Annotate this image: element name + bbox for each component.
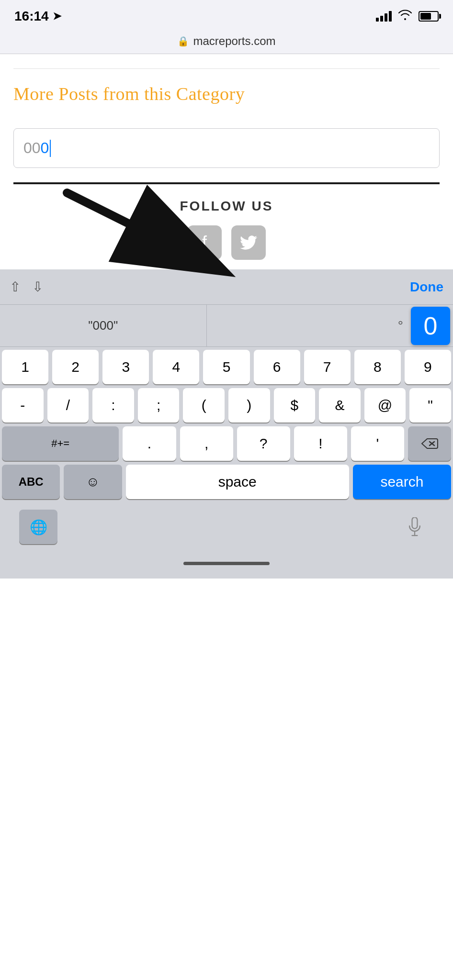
search-key[interactable]: search xyxy=(353,465,451,499)
zero-autocomplete-key[interactable]: 0 xyxy=(411,307,450,345)
key-5[interactable]: 5 xyxy=(203,350,249,384)
keyboard-toolbar: ⇧ ⇩ Done xyxy=(0,269,453,305)
search-label: search xyxy=(380,474,423,490)
bottom-icons-row: 🌐 xyxy=(0,505,453,549)
status-time: 16:14 ➤ xyxy=(14,9,61,24)
toolbar-nav: ⇧ ⇩ xyxy=(10,279,43,295)
facebook-icon[interactable]: f xyxy=(187,225,222,260)
key-comma[interactable]: , xyxy=(180,426,233,461)
input-value: 000 xyxy=(23,139,49,157)
svg-rect-1 xyxy=(412,517,418,529)
search-input[interactable]: 000 xyxy=(13,128,440,168)
key-6[interactable]: 6 xyxy=(254,350,300,384)
next-field-button[interactable]: ⇩ xyxy=(32,279,43,295)
autocomplete-suggestion-left[interactable]: "000" xyxy=(0,305,207,346)
bottom-row: ABC ☺ space search xyxy=(2,465,451,499)
follow-us-section: FOLLOW US f xyxy=(0,184,453,269)
social-icons: f xyxy=(13,225,440,260)
suggestion-text: "000" xyxy=(88,318,118,333)
abc-label: ABC xyxy=(19,475,44,489)
key-hashtag-plus[interactable]: #+= xyxy=(2,426,119,461)
signal-icon xyxy=(376,11,392,22)
key-8[interactable]: 8 xyxy=(354,350,401,384)
key-colon[interactable]: : xyxy=(92,388,134,423)
key-close-paren[interactable]: ) xyxy=(228,388,270,423)
key-minus[interactable]: - xyxy=(2,388,44,423)
cursor xyxy=(50,140,51,157)
degree-symbol: ° xyxy=(398,318,403,334)
emoji-key[interactable]: ☺ xyxy=(64,465,122,499)
status-icons xyxy=(376,10,439,23)
key-quote[interactable]: " xyxy=(409,388,451,423)
globe-icon: 🌐 xyxy=(30,519,47,535)
key-2[interactable]: 2 xyxy=(52,350,99,384)
url-display: 🔒 macreports.com xyxy=(177,34,275,48)
mic-key[interactable] xyxy=(396,510,434,544)
search-input-wrapper: 000 xyxy=(13,128,440,168)
time-display: 16:14 xyxy=(14,9,49,24)
address-bar[interactable]: 🔒 macreports.com xyxy=(0,31,453,54)
key-4[interactable]: 4 xyxy=(153,350,199,384)
lock-icon: 🔒 xyxy=(177,35,189,47)
symbol-row: - / : ; ( ) $ & @ " xyxy=(2,388,451,423)
key-9[interactable]: 9 xyxy=(405,350,451,384)
status-bar: 16:14 ➤ xyxy=(0,0,453,31)
key-1[interactable]: 1 xyxy=(2,350,48,384)
key-semicolon[interactable]: ; xyxy=(138,388,180,423)
follow-us-title: FOLLOW US xyxy=(13,199,440,214)
key-ampersand[interactable]: & xyxy=(319,388,361,423)
main-content: More Posts from this Category 000 xyxy=(0,54,453,184)
number-row: 1 2 3 4 5 6 7 8 9 xyxy=(2,350,451,384)
twitter-icon[interactable] xyxy=(231,225,266,260)
key-question[interactable]: ? xyxy=(237,426,290,461)
url-text: macreports.com xyxy=(193,34,275,48)
abc-key[interactable]: ABC xyxy=(2,465,60,499)
space-key[interactable]: space xyxy=(126,465,349,499)
key-period[interactable]: . xyxy=(123,426,176,461)
keyboard-body: 1 2 3 4 5 6 7 8 9 - / : ; ( ) $ & @ " #+… xyxy=(0,347,453,505)
key-slash[interactable]: / xyxy=(47,388,89,423)
category-title: More Posts from this Category xyxy=(13,83,440,104)
space-label: space xyxy=(218,474,257,490)
home-indicator xyxy=(0,549,453,579)
autocomplete-bar: "000" ° 0 xyxy=(0,305,453,347)
key-at[interactable]: @ xyxy=(364,388,406,423)
delete-key[interactable] xyxy=(408,426,451,461)
key-exclaim[interactable]: ! xyxy=(294,426,347,461)
misc-row: #+= . , ? ! ' xyxy=(2,426,451,461)
home-bar xyxy=(183,562,270,565)
wifi-icon xyxy=(398,10,412,23)
prev-field-button[interactable]: ⇧ xyxy=(10,279,21,295)
key-open-paren[interactable]: ( xyxy=(183,388,225,423)
globe-key[interactable]: 🌐 xyxy=(19,510,57,544)
location-icon: ➤ xyxy=(53,10,61,22)
done-button[interactable]: Done xyxy=(410,279,443,295)
battery-icon xyxy=(419,11,439,22)
key-dollar[interactable]: $ xyxy=(274,388,316,423)
key-7[interactable]: 7 xyxy=(304,350,351,384)
key-3[interactable]: 3 xyxy=(102,350,149,384)
zero-key-label: 0 xyxy=(424,312,438,340)
key-apostrophe[interactable]: ' xyxy=(351,426,404,461)
content-separator-top xyxy=(13,68,440,69)
